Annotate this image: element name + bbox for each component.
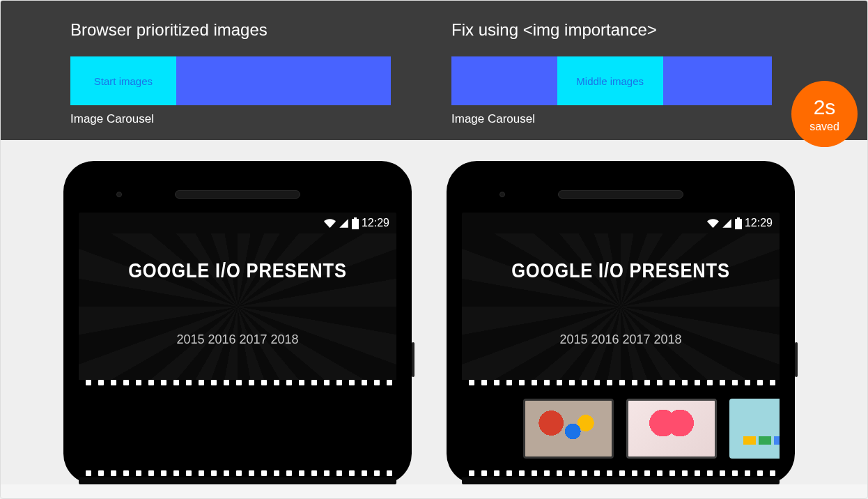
carousel-start-fill [451,56,557,105]
svg-rect-3 [737,217,740,219]
power-button [795,342,798,377]
carousel-caption-right: Image Carousel [451,112,798,126]
film-strip-loaded [462,380,780,477]
film-body-loaded [462,387,780,470]
savings-value: 2s [814,94,836,121]
panel-left-title: Browser prioritized images [70,20,417,40]
screen-content: GOOGLE I/O PRESENTS 2015 2016 2017 2018 [462,233,780,477]
panel-right-title: Fix using <img importance> [451,20,798,40]
carousel-image-1 [523,399,614,459]
panel-left: Browser prioritized images Start images … [70,20,417,126]
savings-label: saved [809,120,839,134]
perforation-top [79,380,396,387]
svg-rect-2 [735,219,742,229]
comparison-header: Browser prioritized images Start images … [1,1,867,140]
perforation-top [462,380,780,387]
years-row: 2015 2016 2017 2018 [79,332,396,347]
battery-icon [735,217,742,229]
highlight-label: Middle images [576,75,644,87]
film-body-empty [79,387,396,470]
years-row: 2015 2016 2017 2018 [462,332,780,347]
camera-dot [499,192,505,197]
carousel-highlight-middle: Middle images [557,56,663,105]
carousel-bar-left: Start images [70,56,391,105]
presentation-title: GOOGLE I/O PRESENTS [102,233,373,282]
phone-screen-right: 12:29 GOOGLE I/O PRESENTS 2015 2016 2017… [462,213,780,484]
phone-top-bezel [79,176,396,213]
status-bar: 12:29 [79,213,396,233]
carousel-image-3 [729,399,780,459]
svg-rect-1 [354,217,357,219]
screen-content: GOOGLE I/O PRESENTS 2015 2016 2017 2018 [79,233,396,477]
speaker-slot [175,190,300,199]
phone-top-bezel [462,176,780,213]
status-bar: 12:29 [462,213,780,233]
cell-signal-icon [722,218,732,229]
carousel-highlight-start: Start images [70,56,176,105]
perforation-bottom [462,470,780,477]
savings-badge: 2s saved [791,81,858,147]
perforation-bottom [79,470,396,477]
phone-right: 12:29 GOOGLE I/O PRESENTS 2015 2016 2017… [447,161,795,484]
power-button [412,342,414,377]
panel-right: Fix using <img importance> Middle images… [451,20,798,126]
carousel-end-fill [663,56,772,105]
carousel-bar-right: Middle images [451,56,772,105]
cell-signal-icon [339,218,349,229]
highlight-label: Start images [94,75,153,87]
wifi-icon [324,217,336,229]
film-strip-empty [79,380,396,477]
speaker-slot [558,190,683,199]
carousel-caption-left: Image Carousel [70,112,417,126]
phones-row: 12:29 GOOGLE I/O PRESENTS 2015 2016 2017… [1,140,867,484]
battery-icon [352,217,359,229]
wifi-icon [707,217,719,229]
carousel-remaining [176,56,391,105]
clock-text: 12:29 [362,217,389,229]
phone-left: 12:29 GOOGLE I/O PRESENTS 2015 2016 2017… [63,161,412,484]
phone-screen-left: 12:29 GOOGLE I/O PRESENTS 2015 2016 2017… [79,213,396,484]
presentation-title: GOOGLE I/O PRESENTS [486,233,756,282]
carousel-image-2 [626,399,717,459]
camera-dot [116,192,122,197]
clock-text: 12:29 [745,217,773,229]
svg-rect-0 [352,219,359,229]
